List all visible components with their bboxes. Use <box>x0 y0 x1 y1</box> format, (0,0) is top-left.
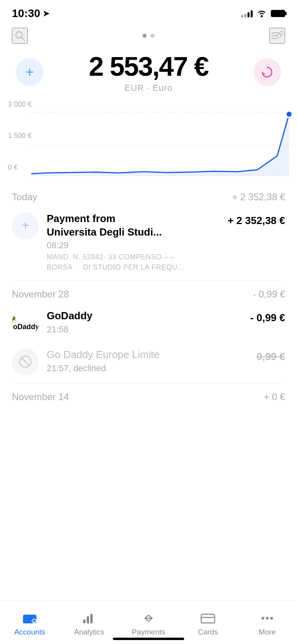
accounts-icon: ● <box>22 611 38 625</box>
transaction-item-godaddy[interactable]: 🐢GoDaddy™ GoDaddy 21:58 - 0,99 € <box>12 305 285 344</box>
date-header-nov14: November 14 + 0 € <box>12 383 285 408</box>
cards-label: Cards <box>198 628 218 636</box>
transaction-details: Payment fromUniversita Degli Studi... 08… <box>47 212 228 272</box>
home-indicator <box>113 638 184 640</box>
navigation-arrow-icon: ➤ <box>43 9 50 18</box>
date-nov14-total: + 0 € <box>264 391 285 402</box>
transaction-content: Payment fromUniversita Degli Studi... 08… <box>47 212 285 272</box>
svg-rect-19 <box>87 616 89 623</box>
transaction-amount-godaddy: - 0,99 € <box>250 309 285 324</box>
svg-rect-22 <box>201 614 215 623</box>
transaction-title-declined: Go Daddy Europe Limite <box>47 348 257 362</box>
balance-chart: 3 000 € 1 500 € 0 € <box>0 96 297 184</box>
plus-icon: + <box>25 65 34 79</box>
svg-line-13 <box>21 358 29 366</box>
date-header-today: Today + 2 352,38 € <box>12 184 285 208</box>
godaddy-logo-icon: 🐢GoDaddy™ <box>12 309 39 336</box>
chart-y-labels: 3 000 € 1 500 € 0 € <box>8 96 32 184</box>
svg-point-0 <box>261 15 263 17</box>
transaction-amount: + 2 352,38 € <box>228 212 285 227</box>
nav-item-cards[interactable]: Cards <box>184 611 232 636</box>
transaction-details-godaddy: GoDaddy 21:58 <box>47 309 250 335</box>
balance-display: 2 553,47 € EUR · Euro <box>89 52 208 93</box>
nav-item-more[interactable]: More <box>244 611 291 636</box>
status-time: 10:30 ➤ <box>12 7 50 20</box>
nav-item-accounts[interactable]: ● Accounts <box>6 611 53 636</box>
refresh-button[interactable] <box>253 58 281 86</box>
svg-point-26 <box>270 617 273 619</box>
declined-icon <box>12 348 39 375</box>
date-header-nov28: November 28 - 0,99 € <box>12 280 285 305</box>
date-nov28-total: - 0,99 € <box>253 289 285 300</box>
wifi-icon <box>257 10 267 17</box>
transaction-title: Payment fromUniversita Degli Studi... <box>47 212 228 239</box>
more-label: More <box>259 628 276 636</box>
signal-icon <box>241 10 253 17</box>
more-icon <box>259 611 275 625</box>
transaction-details-declined: Go Daddy Europe Limite 21:57, declined <box>47 348 257 374</box>
date-today-total: + 2 352,38 € <box>232 192 285 203</box>
nav-item-payments[interactable]: Payments <box>125 611 172 636</box>
svg-rect-18 <box>83 619 86 623</box>
transaction-time-declined: 21:57, declined <box>47 363 257 374</box>
svg-rect-20 <box>90 614 93 623</box>
svg-point-25 <box>266 617 269 619</box>
transaction-note: MAND. N. 52842- 33 COMPENSO – –BORSA DI … <box>47 252 228 272</box>
date-nov28-label: November 28 <box>12 289 69 300</box>
balance-amount: 2 553,47 € <box>89 52 208 81</box>
chart-label-0: 0 € <box>8 163 32 172</box>
svg-rect-15 <box>23 617 36 619</box>
filter-button[interactable] <box>269 28 285 44</box>
analytics-label: Analytics <box>74 628 104 636</box>
battery-icon <box>271 10 285 17</box>
top-navigation <box>0 24 297 48</box>
payments-icon <box>141 611 156 625</box>
dot-2 <box>150 34 154 38</box>
transaction-amount-declined: 0,99 € <box>257 348 285 363</box>
status-bar: 10:30 ➤ <box>0 0 297 24</box>
cards-icon <box>200 611 216 625</box>
chart-svg <box>0 104 297 184</box>
date-today-label: Today <box>12 192 37 203</box>
transactions-list: Today + 2 352,38 € + Payment fromUnivers… <box>0 184 297 460</box>
balance-section: + 2 553,47 € EUR · Euro <box>0 48 297 96</box>
transaction-content-declined: Go Daddy Europe Limite 21:57, declined 0… <box>47 348 285 374</box>
transaction-title-godaddy: GoDaddy <box>47 309 250 323</box>
add-icon: + <box>22 218 29 233</box>
transaction-time-godaddy: 21:58 <box>47 324 250 335</box>
status-icons <box>241 10 285 17</box>
transaction-icon-add: + <box>12 212 39 239</box>
dot-1 <box>143 34 147 38</box>
transaction-item[interactable]: + Payment fromUniversita Degli Studi... … <box>12 208 285 280</box>
time-display: 10:30 <box>12 7 40 20</box>
balance-currency: EUR · Euro <box>89 83 208 93</box>
search-button[interactable] <box>12 28 28 44</box>
transaction-item-declined[interactable]: Go Daddy Europe Limite 21:57, declined 0… <box>12 344 285 383</box>
svg-line-2 <box>21 37 25 40</box>
svg-text:●: ● <box>33 620 35 623</box>
transaction-content-godaddy: GoDaddy 21:58 - 0,99 € <box>47 309 285 335</box>
svg-point-7 <box>278 34 281 37</box>
svg-point-6 <box>280 31 283 34</box>
chart-label-3000: 3 000 € <box>8 100 32 109</box>
analytics-icon <box>81 611 97 625</box>
page-indicator <box>143 34 154 38</box>
date-nov14-label: November 14 <box>12 391 69 402</box>
payments-label: Payments <box>132 628 165 636</box>
chart-label-1500: 1 500 € <box>8 132 32 140</box>
svg-point-24 <box>262 617 265 619</box>
nav-item-analytics[interactable]: Analytics <box>65 611 113 636</box>
transaction-time: 08:29 <box>47 240 228 251</box>
accounts-label: Accounts <box>14 628 45 636</box>
svg-point-11 <box>286 111 292 117</box>
add-account-button[interactable]: + <box>16 58 44 86</box>
